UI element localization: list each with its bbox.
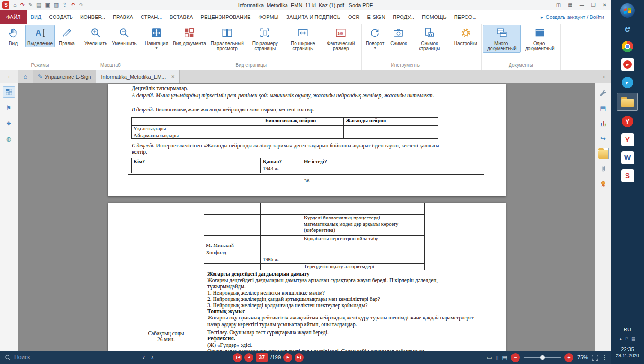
- navigation-button[interactable]: Навигация ▾: [143, 25, 170, 52]
- edit-mode-button[interactable]: Правка: [55, 25, 79, 47]
- continuous-view-icon[interactable]: ▤: [502, 355, 507, 361]
- tab-forms[interactable]: ФОРМЫ: [254, 10, 282, 24]
- parallel-view-button[interactable]: Параллельный просмотр: [208, 25, 246, 53]
- export-icon[interactable]: ⇪: [63, 2, 67, 8]
- taskbar-clock[interactable]: 22:35 29.11.2020: [616, 346, 639, 359]
- export-button[interactable]: ↪: [598, 133, 609, 144]
- current-page-input[interactable]: 37: [256, 353, 268, 362]
- home-icon[interactable]: ⌂: [13, 2, 17, 8]
- home-tab[interactable]: ⌂: [18, 70, 33, 83]
- tray-doc-icon[interactable]: ▤: [631, 337, 635, 341]
- share-icon[interactable]: ↷: [20, 2, 25, 8]
- stamps-button[interactable]: [598, 178, 609, 190]
- taskbar-explorer[interactable]: [617, 93, 638, 111]
- search-next-icon[interactable]: ∨: [142, 355, 145, 360]
- tab-pages[interactable]: СТРАН...: [137, 10, 166, 24]
- fullscreen-icon[interactable]: [592, 355, 598, 361]
- tab-edit[interactable]: ПРАВКА: [109, 10, 137, 24]
- tab-review[interactable]: РЕЦЕНЗИРОВАНИЕ: [197, 10, 255, 24]
- fit-page-icon[interactable]: ▯: [496, 355, 499, 361]
- first-page-button[interactable]: ❙◀: [233, 353, 242, 362]
- print-icon[interactable]: ▥: [54, 2, 59, 8]
- page-snapshot-button[interactable]: Снимок страницы: [411, 25, 448, 53]
- doc-tab-informatika[interactable]: Informatika_Metodika_EM... ✕: [96, 70, 180, 83]
- document-canvas[interactable]: Деңгейлік тапсырмалар. А деңгейі. Мына ұ…: [18, 83, 595, 351]
- rotate-button[interactable]: Поворот ▾: [363, 25, 387, 52]
- multi-document-button[interactable]: Много-документный: [483, 25, 521, 53]
- tab-personalize[interactable]: ПЕРСО...: [450, 10, 481, 24]
- comments-button[interactable]: ▤: [598, 102, 609, 114]
- overflow-icon[interactable]: ⋮: [602, 355, 607, 361]
- tools-button[interactable]: [598, 87, 609, 99]
- grid-icon[interactable]: ▦: [568, 2, 572, 8]
- zoom-out-button[interactable]: −: [511, 353, 520, 362]
- taskbar-media-player[interactable]: ▶: [617, 57, 638, 72]
- taskbar-telegram[interactable]: ➤: [617, 75, 638, 90]
- search-prev-icon[interactable]: ∧: [151, 355, 154, 360]
- save-icon[interactable]: ▣: [45, 2, 50, 8]
- account-link[interactable]: ▸ Создать аккаунт / Войти: [541, 10, 611, 24]
- settings-button[interactable]: Настройки: [452, 25, 480, 47]
- single-document-button[interactable]: Одно-документный: [521, 25, 559, 53]
- files-button[interactable]: [598, 148, 609, 159]
- zoom-slider-handle[interactable]: [540, 355, 545, 360]
- tab-esign[interactable]: E-SIGN: [363, 10, 389, 24]
- snapshot-button[interactable]: Снимок: [387, 25, 411, 47]
- fit-page-button[interactable]: По размеру страницы: [246, 25, 284, 53]
- minimize-button[interactable]: —: [580, 2, 584, 8]
- tab-help[interactable]: ПОМОЩЬ: [418, 10, 450, 24]
- layers-panel-button[interactable]: ❖: [3, 118, 15, 129]
- tab-create[interactable]: СОЗДАТЬ: [45, 10, 77, 24]
- document-view-button[interactable]: Вид документа: [170, 25, 208, 47]
- redo-icon[interactable]: ↷: [79, 2, 83, 8]
- tab-convert[interactable]: КОНВЕР...: [77, 10, 109, 24]
- taskbar-browser[interactable]: [617, 39, 638, 54]
- fit-width-icon[interactable]: ▭: [487, 355, 492, 361]
- layout-icon[interactable]: ◫: [556, 2, 561, 8]
- taskbar-yandex-browser[interactable]: Y: [617, 114, 638, 129]
- last-page-button[interactable]: ▶❙: [295, 353, 304, 362]
- fit-width-button[interactable]: По ширине страницы: [284, 25, 322, 53]
- search-icon: [5, 355, 11, 361]
- bookmarks-panel-button[interactable]: ⚑: [3, 102, 15, 113]
- restore-button[interactable]: ❐: [591, 2, 596, 8]
- zoom-in-button[interactable]: Увеличить: [82, 25, 109, 47]
- close-icon[interactable]: ✕: [171, 74, 175, 79]
- taskbar-word[interactable]: W: [617, 150, 638, 165]
- chart-button[interactable]: [598, 118, 609, 129]
- tab-secure-sign[interactable]: ЗАЩИТА И ПОДПИСЬ: [282, 10, 344, 24]
- thumbnails-panel-button[interactable]: [3, 86, 15, 98]
- close-button[interactable]: ✕: [603, 2, 607, 8]
- actual-size-button[interactable]: 100 Фактический размер: [322, 25, 360, 53]
- panel-expand-button[interactable]: ›: [0, 70, 18, 83]
- next-page-button[interactable]: ▶: [283, 353, 292, 362]
- search-box[interactable]: Поиск: [0, 354, 30, 361]
- edit-icon[interactable]: ✎: [28, 2, 33, 8]
- tab-insert[interactable]: ВСТАВКА: [166, 10, 197, 24]
- language-indicator[interactable]: RU: [624, 327, 631, 332]
- start-button[interactable]: [617, 3, 638, 18]
- copy-icon[interactable]: ▤: [36, 2, 41, 8]
- tray-flag-icon[interactable]: ⚐: [625, 337, 628, 341]
- hidden-icons-icon[interactable]: ▴: [619, 337, 622, 341]
- tab-products[interactable]: ПРОДУ...: [389, 10, 418, 24]
- taskbar-yandex-app[interactable]: Y: [617, 132, 638, 147]
- view-mode-button[interactable]: Вид: [1, 25, 25, 47]
- undo-icon[interactable]: ↶: [71, 2, 75, 8]
- zoom-slider[interactable]: [524, 357, 561, 358]
- web-panel-button[interactable]: ◍: [3, 133, 15, 145]
- tab-ocr[interactable]: OCR: [344, 10, 363, 24]
- previous-page-button[interactable]: ◀: [244, 353, 253, 362]
- tab-scroll-button[interactable]: ‹: [597, 70, 611, 83]
- doc-tab-esign[interactable]: ✎ Управление E-Sign: [33, 70, 96, 83]
- doc-heading: Деңгейлік тапсырмалар.: [132, 85, 188, 91]
- taskbar-soda-pdf[interactable]: S: [617, 168, 638, 183]
- tab-view[interactable]: ВИД: [27, 10, 45, 24]
- attachments-button[interactable]: [598, 163, 609, 174]
- taskbar-ie[interactable]: e: [617, 21, 638, 36]
- table-header-cell: [132, 118, 263, 126]
- zoom-in-button[interactable]: +: [564, 353, 573, 362]
- zoom-out-button[interactable]: Уменьшить: [109, 25, 139, 47]
- tab-file[interactable]: ФАЙЛ: [0, 10, 27, 24]
- select-mode-button[interactable]: A Выделение: [25, 25, 55, 47]
